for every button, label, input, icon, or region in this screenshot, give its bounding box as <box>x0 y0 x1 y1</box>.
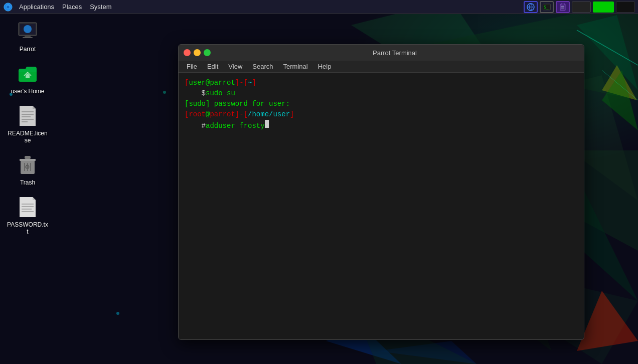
svg-marker-11 <box>577 291 638 351</box>
term-cmd-sudo: sudo su <box>206 88 235 99</box>
home-icon-label: user's Home <box>11 88 45 95</box>
term-path-1: ~ <box>248 78 252 88</box>
terminal-content[interactable]: [user@parrot]-[~] $ sudo su [sudo] passw… <box>179 73 584 339</box>
menubar-system[interactable]: System <box>86 2 115 12</box>
svg-point-24 <box>7 6 9 8</box>
parrot-icon-label: Parrot <box>20 46 36 53</box>
svg-marker-10 <box>602 65 637 100</box>
term-sudo-msg: [sudo] password for user: <box>185 99 290 109</box>
bracket-open-1: [ <box>185 78 189 88</box>
svg-line-16 <box>602 70 638 100</box>
terminal-titlebar: Parrot Terminal <box>179 45 584 61</box>
password-file-icon <box>16 195 40 219</box>
terminal-menu-edit[interactable]: Edit <box>203 62 222 71</box>
svg-text:♻: ♻ <box>25 163 30 170</box>
svg-rect-30 <box>561 3 564 5</box>
svg-marker-14 <box>376 341 476 364</box>
taskbar-terminal-btn[interactable]: $_ <box>540 1 554 13</box>
readme-icon-label: README.license <box>7 130 48 144</box>
term-username: user <box>189 78 206 88</box>
svg-point-35 <box>24 25 32 33</box>
desktop-icon-home[interactable]: user's Home <box>5 60 50 97</box>
terminal-line-3: [root@parrot]-[/home/user] <box>185 109 578 120</box>
taskbar-browser-btn[interactable] <box>524 1 538 13</box>
svg-marker-12 <box>602 70 638 130</box>
terminal-line-3b: # adduser frosty <box>185 120 578 131</box>
desktop-icon-password[interactable]: PASSWORD.txt <box>5 193 50 237</box>
terminal-line-1b: $ sudo su <box>185 88 578 99</box>
terminal-line-2: [sudo] password for user: <box>185 99 578 109</box>
terminal-window: Parrot Terminal File Edit View Search Te… <box>178 44 584 340</box>
terminal-menu-help[interactable]: Help <box>314 62 336 71</box>
taskbar-green-box[interactable] <box>593 2 614 13</box>
terminal-menu-file[interactable]: File <box>183 62 201 71</box>
terminal-menu-search[interactable]: Search <box>248 62 277 71</box>
maximize-button[interactable] <box>204 49 211 56</box>
close-button[interactable] <box>184 49 191 56</box>
top-menubar: Applications Places System $_ <box>0 0 638 14</box>
desktop: Applications Places System $_ <box>0 0 638 364</box>
trash-bin-icon: ♻ <box>16 153 40 177</box>
svg-rect-44 <box>20 159 36 161</box>
parrot-monitor-icon <box>16 20 40 44</box>
menubar-right-section: $_ <box>524 1 635 13</box>
term-root-path: /home/user <box>248 109 290 120</box>
home-folder-icon <box>16 62 40 86</box>
taskbar-box2[interactable] <box>616 2 635 13</box>
terminal-title: Parrot Terminal <box>211 49 579 57</box>
term-root-host: parrot <box>210 109 235 120</box>
svg-marker-8 <box>577 15 638 90</box>
svg-rect-45 <box>25 156 31 159</box>
desktop-icon-readme[interactable]: README.license <box>5 102 50 146</box>
password-icon-label: PASSWORD.txt <box>7 221 48 235</box>
menubar-applications[interactable]: Applications <box>15 2 58 12</box>
terminal-menu-terminal[interactable]: Terminal <box>279 62 312 71</box>
taskbar-clipboard-btn[interactable] <box>556 1 570 13</box>
terminal-menu-view[interactable]: View <box>224 62 246 71</box>
term-hostname: parrot <box>210 78 235 88</box>
desktop-icons-area: Parrot user's Home <box>5 18 50 237</box>
term-root-user: root <box>189 109 206 120</box>
taskbar-box1[interactable] <box>572 2 591 13</box>
window-controls <box>184 49 211 56</box>
svg-point-21 <box>163 91 166 94</box>
readme-file-icon <box>16 104 40 128</box>
parrot-logo <box>3 2 13 12</box>
trash-icon-label: Trash <box>20 179 35 186</box>
svg-rect-37 <box>23 37 33 38</box>
svg-line-15 <box>577 30 638 65</box>
svg-text:$_: $_ <box>544 5 549 10</box>
terminal-line-1: [user@parrot]-[~] <box>185 78 578 88</box>
term-cmd-adduser: adduser frosty <box>206 121 265 131</box>
desktop-icon-trash[interactable]: ♻ Trash <box>5 151 50 188</box>
minimize-button[interactable] <box>194 49 201 56</box>
desktop-icon-parrot[interactable]: Parrot <box>5 18 50 55</box>
menubar-places[interactable]: Places <box>58 2 86 12</box>
terminal-cursor <box>265 120 269 128</box>
svg-point-20 <box>116 312 119 315</box>
svg-rect-36 <box>25 36 31 37</box>
terminal-menubar: File Edit View Search Terminal Help <box>179 61 584 73</box>
